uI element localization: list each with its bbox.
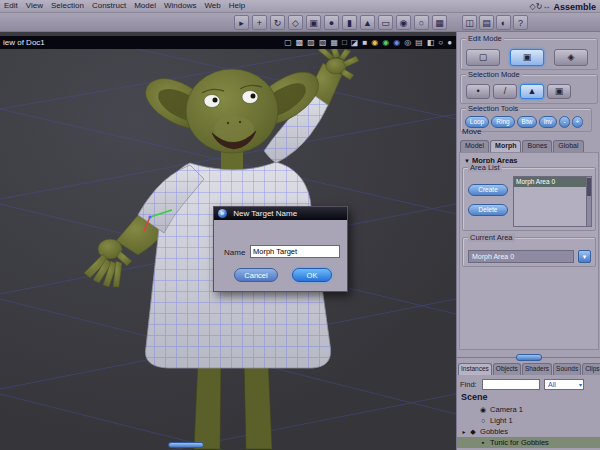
main-toolbar: ▸+↻◇▣●▮▲▭◉○▦◫▤◐? <box>0 13 600 32</box>
figure-icon: ◆ <box>468 426 478 437</box>
current-area-dropdown[interactable]: Morph Area 0 <box>468 250 574 263</box>
menu-model[interactable]: Model <box>134 1 156 10</box>
edit-mode-label: Edit Mode <box>466 34 504 43</box>
bounding-box-icon[interactable]: ▢ <box>284 36 292 49</box>
face-selection-button[interactable]: ▲ <box>520 84 544 99</box>
black-mode-icon[interactable]: ■ <box>362 36 367 49</box>
shield-blue-icon[interactable]: ◉ <box>393 36 400 49</box>
divider-handle[interactable] <box>516 354 542 361</box>
move-tool-icon[interactable]: + <box>252 15 267 30</box>
cancel-button[interactable]: Cancel <box>234 268 278 282</box>
selection-tool-selection-shrink[interactable]: - <box>559 116 570 128</box>
area-list-group: Area List Create Delete Morph Area 0 <box>462 167 596 231</box>
dialog-title: New Target Name <box>233 209 297 218</box>
sphere-dark-icon[interactable]: ● <box>447 36 452 49</box>
morph-panel-content: ▼Morph Areas Area List Create Delete Mor… <box>459 152 599 350</box>
dialog-titlebar[interactable]: e New Target Name <box>214 207 347 220</box>
wireframe-icon[interactable]: ▩ <box>296 36 304 49</box>
light-icon: ○ <box>478 415 488 426</box>
grid-icon[interactable]: ▤ <box>415 36 423 49</box>
menu-construct[interactable]: Construct <box>92 1 126 10</box>
select-tool-icon[interactable]: ▸ <box>234 15 249 30</box>
move-status-label: Move <box>462 127 482 136</box>
area-list-item[interactable]: Morph Area 0 <box>514 177 591 187</box>
room-selector: ◇↻↔ Assemble <box>530 0 596 13</box>
area-list-label: Area List <box>468 163 502 172</box>
sphere-primitive-icon[interactable]: ● <box>324 15 339 30</box>
menu-selection[interactable]: Selection <box>51 1 84 10</box>
uv-mode-button[interactable]: ◈ <box>554 49 588 66</box>
cylinder-primitive-icon[interactable]: ▮ <box>342 15 357 30</box>
camera-cube-icon[interactable]: ◧ <box>427 36 435 49</box>
cube-primitive-icon[interactable]: ▣ <box>306 15 321 30</box>
menu-help[interactable]: Help <box>229 1 245 10</box>
pan-view-icon[interactable]: ↔ <box>542 2 550 11</box>
edit-mode-button[interactable]: ▣ <box>510 49 544 66</box>
create-area-button[interactable]: Create <box>468 184 508 196</box>
tab-instances[interactable]: Instances <box>458 363 492 375</box>
find-input[interactable] <box>482 379 540 390</box>
tab-clips[interactable]: Clips <box>582 363 600 375</box>
object-mode-button[interactable]: ▢ <box>466 49 500 66</box>
tab-shaders[interactable]: Shaders <box>522 363 552 375</box>
cone-primitive-icon[interactable]: ▲ <box>360 15 375 30</box>
layout-icon[interactable]: ◫ <box>462 15 477 30</box>
folder-icon[interactable]: ▤ <box>479 15 494 30</box>
name-input[interactable] <box>250 245 340 258</box>
delete-area-button[interactable]: Delete <box>468 204 508 216</box>
menu-edit[interactable]: Edit <box>4 1 18 10</box>
help-icon[interactable]: ? <box>513 15 528 30</box>
selection-tool-btw[interactable]: Btw <box>517 116 537 128</box>
room-label[interactable]: Assemble <box>553 2 596 12</box>
app-sphere-icon: e <box>218 209 227 218</box>
menu-windows[interactable]: Windows <box>164 1 196 10</box>
render-icon[interactable]: ▦ <box>432 15 447 30</box>
viewport-titlebar[interactable]: iew of Doc1 ▢▩▨▧▦□◪■◉◉◉◎▤◧○● <box>0 36 456 49</box>
selection-tools-label: Selection Tools <box>466 104 520 113</box>
expand-triangle-icon[interactable]: ▸ <box>460 427 468 437</box>
scene-item-camera-1[interactable]: ◉ Camera 1 <box>457 404 600 415</box>
scale-tool-icon[interactable]: ◇ <box>288 15 303 30</box>
tab-sounds[interactable]: Sounds <box>553 363 581 375</box>
scene-item-gobbles[interactable]: ▸◆ Gobbles <box>457 426 600 437</box>
browser-tabs: InstancesObjectsShadersSoundsClips <box>458 363 600 375</box>
scene-item-label: Tunic for Gobbles <box>488 438 549 447</box>
object-selection-button[interactable]: ▣ <box>547 84 571 99</box>
selection-tool-inv[interactable]: Inv <box>539 116 557 128</box>
scene-item-tunic-for-gobbles[interactable]: ▪ Tunic for Gobbles <box>457 437 600 448</box>
menu-bar: EditViewSelectionConstructModelWindowsWe… <box>0 0 600 13</box>
selection-tool-ring[interactable]: Ring <box>491 116 515 128</box>
edge-selection-button[interactable]: / <box>493 84 517 99</box>
shield-green-icon[interactable]: ◉ <box>382 36 389 49</box>
plane-primitive-icon[interactable]: ▭ <box>378 15 393 30</box>
current-area-label: Current Area <box>468 233 515 242</box>
area-list-scrollbar[interactable] <box>586 177 591 226</box>
viewport-title: iew of Doc1 <box>3 38 45 47</box>
horizontal-scrollbar-thumb[interactable] <box>168 442 204 448</box>
white-mode-icon[interactable]: □ <box>342 36 347 49</box>
name-label: Name <box>224 248 245 257</box>
gray-mode-icon[interactable]: ◪ <box>351 36 359 49</box>
sphere-white-icon[interactable]: ○ <box>438 36 443 49</box>
light-icon[interactable]: ○ <box>414 15 429 30</box>
textured-icon[interactable]: ▦ <box>330 36 338 49</box>
new-target-name-dialog: e New Target Name Name Cancel OK <box>213 206 348 292</box>
menu-web[interactable]: Web <box>204 1 220 10</box>
selection-mode-label: Selection Mode <box>466 70 522 79</box>
lock-icon[interactable]: ◐ <box>496 15 511 30</box>
shield-gold-icon[interactable]: ◉ <box>371 36 378 49</box>
scene-item-light-1[interactable]: ○ Light 1 <box>457 415 600 426</box>
ok-button[interactable]: OK <box>292 268 332 282</box>
rotate-tool-icon[interactable]: ↻ <box>270 15 285 30</box>
flat-shade-icon[interactable]: ▨ <box>307 36 315 49</box>
selection-tool-selection-grow[interactable]: + <box>572 116 583 128</box>
area-list: Morph Area 0 <box>513 176 592 227</box>
rotation-ball-icon[interactable]: ◎ <box>404 36 411 49</box>
smooth-shade-icon[interactable]: ▧ <box>319 36 327 49</box>
current-area-menu-button[interactable]: ▾ <box>578 250 591 263</box>
camera-icon[interactable]: ◉ <box>396 15 411 30</box>
tab-objects[interactable]: Objects <box>493 363 521 375</box>
menu-view[interactable]: View <box>26 1 43 10</box>
point-selection-button[interactable]: • <box>466 84 490 99</box>
find-filter-dropdown[interactable]: All▾ <box>544 379 584 390</box>
